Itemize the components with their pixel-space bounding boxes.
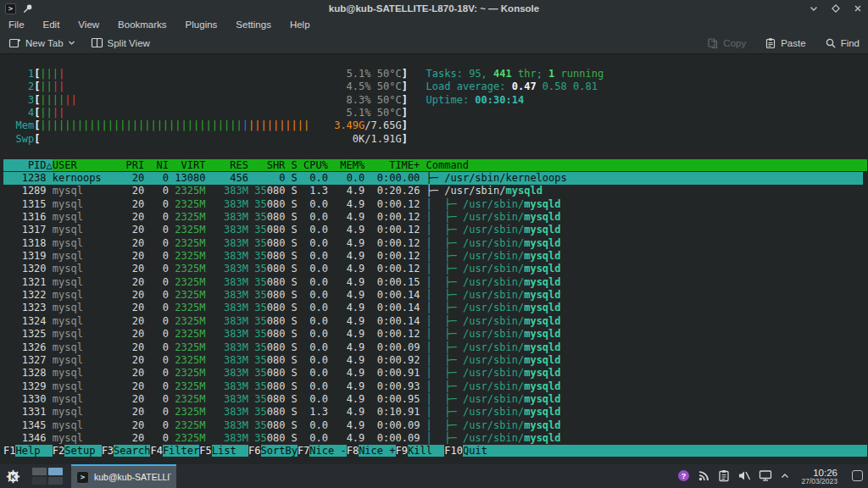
process-row-1289[interactable]: 1289 mysql 20 0 2325M 383M 35080 S 1.3 4… [3,185,863,197]
desktop-3[interactable] [32,477,47,485]
fkey-f4[interactable]: F4 [150,445,162,457]
fkey-f1[interactable]: F1 [3,445,15,457]
process-row-1324[interactable]: 1324 mysql 20 0 2325M 383M 35080 S 0.0 4… [3,315,863,328]
find-button[interactable]: Find [825,37,860,49]
app-launcher-button[interactable]: K [0,469,25,484]
clock[interactable]: 10:26 27/03/2023 [801,468,837,485]
process-row-1322[interactable]: 1322 mysql 20 0 2325M 383M 35080 S 0.0 4… [3,289,863,302]
clock-time: 10:26 [801,468,837,478]
fkey-f6[interactable]: F6 [248,445,260,457]
feed-icon[interactable] [698,469,710,482]
menu-item-bookmarks[interactable]: Bookmarks [118,19,167,30]
fkey-f8-label[interactable]: Nice + [359,445,395,457]
fkey-f3-label[interactable]: Search [114,445,150,457]
tray-expand-icon[interactable] [780,471,790,481]
paste-label: Paste [781,38,805,48]
fkey-f10-label[interactable]: Quit [463,445,867,457]
taskbar: K > kub@kub-SATELLITE-L870-18V: ~ ... ? [0,464,868,488]
fkey-f7[interactable]: F7 [298,445,309,457]
fkey-f2-label[interactable]: Setup [64,445,101,457]
meter-mem: Mem[||||||||||||||||||||||||||||||||||||… [3,119,863,132]
process-row-1319[interactable]: 1319 mysql 20 0 2325M 383M 35080 S 0.0 4… [3,250,863,263]
fkey-f3[interactable]: F3 [102,445,114,457]
fkey-f9[interactable]: F9 [396,445,408,457]
process-row-1317[interactable]: 1317 mysql 20 0 2325M 383M 35080 S 0.0 4… [3,224,863,236]
new-tab-icon [8,36,21,49]
maximize-button[interactable] [831,3,841,14]
menu-item-help[interactable]: Help [290,19,310,30]
konsole-task-icon: > [76,471,89,484]
window-title: kub@kub-SATELLITE-L870-18V: ~ — Konsole [0,3,868,14]
copy-button[interactable]: Copy [707,37,746,49]
meter-swp: Swp[ 0K/1.91G] [3,133,863,146]
desktop-4[interactable] [48,477,63,485]
paste-button[interactable]: Paste [765,37,805,49]
process-row-1326[interactable]: 1326 mysql 20 0 2325M 383M 35080 S 0.0 4… [3,341,863,354]
new-tab-label: New Tab [25,38,64,48]
process-row-1315[interactable]: 1315 mysql 20 0 2325M 383M 35080 S 0.0 4… [3,198,863,211]
task-button-konsole[interactable]: > kub@kub-SATELLITE-L870-18V: ~ ... [71,464,176,488]
process-row-1320[interactable]: 1320 mysql 20 0 2325M 383M 35080 S 0.0 4… [3,263,863,275]
process-row-1331[interactable]: 1331 mysql 20 0 2325M 383M 35080 S 1.3 4… [3,406,863,419]
process-row-1345[interactable]: 1345 mysql 20 0 2325M 383M 35080 S 0.0 4… [3,419,863,432]
system-tray: ? 10:26 [677,468,868,485]
process-row-1327[interactable]: 1327 mysql 20 0 2325M 383M 35080 S 0.0 4… [3,354,863,367]
menu-item-file[interactable]: File [8,19,25,30]
help-tray-icon[interactable]: ? [677,469,690,482]
konsole-window: kub@kub-SATELLITE-L870-18V: ~ — Konsole … [0,0,868,464]
fkey-f1-label[interactable]: Help [15,445,52,457]
fkey-f9-label[interactable]: Kill [408,445,444,457]
fkey-f6-label[interactable]: SortBy [261,445,298,457]
show-desktop-button[interactable] [852,470,863,481]
process-row-1346[interactable]: 1346 mysql 20 0 2325M 383M 35080 S 0.0 4… [3,432,863,445]
fkey-f4-label[interactable]: Filter [163,445,199,457]
process-row-1328[interactable]: 1328 mysql 20 0 2325M 383M 35080 S 0.0 4… [3,367,863,380]
meter-cpu1: 1[|||| 5.1% 50°C] Tasks: 95, 441 thr; 1 … [3,68,863,80]
paste-icon [765,37,776,49]
process-row-1321[interactable]: 1321 mysql 20 0 2325M 383M 35080 S 0.0 4… [3,276,863,289]
new-tab-button[interactable]: New Tab [8,36,75,49]
close-button[interactable] [853,3,863,14]
virtual-desktop-pager[interactable] [32,468,63,485]
split-view-icon [91,36,103,49]
process-row-1325[interactable]: 1325 mysql 20 0 2325M 383M 35080 S 0.0 4… [3,328,863,341]
terminal-htop[interactable]: 1[|||| 5.1% 50°C] Tasks: 95, 441 thr; 1 … [0,54,868,464]
find-label: Find [841,38,860,48]
svg-text:K: K [10,472,16,480]
meter-cpu3: 3[|||||| 8.3% 50°C] Uptime: 00:30:14 [3,94,863,107]
svg-text:?: ? [682,472,687,480]
process-row-1329[interactable]: 1329 mysql 20 0 2325M 383M 35080 S 0.0 4… [3,380,863,393]
blank-line [3,146,863,158]
meter-cpu4: 4[|||| 5.1% 50°C] [3,107,863,119]
minimize-button[interactable] [809,3,819,14]
fkey-f5-label[interactable]: List [212,445,248,457]
process-row-1238[interactable]: 1238 kernoops 20 0 13080 456 0 S 0.0 0.0… [3,172,863,185]
menu-item-edit[interactable]: Edit [43,19,60,30]
fkey-f7-label[interactable]: Nice - [309,445,346,457]
display-icon[interactable] [759,469,772,482]
process-table-header[interactable]: PID△USER PRI NI VIRT RES SHR S CPU% MEM%… [3,159,863,172]
desktop-2-active[interactable] [48,468,63,475]
split-view-button[interactable]: Split View [91,36,150,49]
process-row-1318[interactable]: 1318 mysql 20 0 2325M 383M 35080 S 0.0 4… [3,237,863,250]
desktop: kub@kub-SATELLITE-L870-18V: ~ — Konsole … [0,0,868,488]
menu-item-settings[interactable]: Settings [236,19,271,30]
task-button-label: kub@kub-SATELLITE-L870-18V: ~ ... [94,472,171,482]
process-row-1323[interactable]: 1323 mysql 20 0 2325M 383M 35080 S 0.0 4… [3,302,863,314]
fkey-f2[interactable]: F2 [53,445,64,457]
fkey-f8[interactable]: F8 [347,445,359,457]
copy-icon [707,37,719,49]
volume-muted-icon[interactable] [737,469,751,482]
menu-item-plugins[interactable]: Plugins [186,19,218,30]
menubar: FileEditViewBookmarksPluginsSettingsHelp [0,17,868,32]
process-row-1330[interactable]: 1330 mysql 20 0 2325M 383M 35080 S 0.0 4… [3,393,863,406]
clock-date: 27/03/2023 [801,478,837,485]
process-row-1316[interactable]: 1316 mysql 20 0 2325M 383M 35080 S 0.0 4… [3,211,863,224]
fkey-f10[interactable]: F10 [444,445,463,457]
split-view-label: Split View [108,38,150,48]
chevron-down-icon [68,39,75,47]
menu-item-view[interactable]: View [78,19,99,30]
clipboard-icon[interactable] [718,469,730,482]
fkey-f5[interactable]: F5 [199,445,211,457]
desktop-1[interactable] [32,468,47,475]
